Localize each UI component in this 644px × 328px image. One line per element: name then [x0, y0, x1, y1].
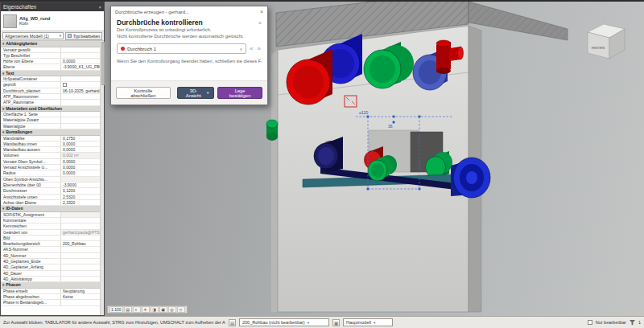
- property-value[interactable]: 0,1200: [60, 188, 100, 193]
- property-value[interactable]: [60, 277, 100, 281]
- collapse-icon[interactable]: ▾: [2, 282, 4, 288]
- property-value[interactable]: 0,0000: [60, 141, 100, 146]
- property-row: 4D_Geplantes_Ende: [1, 259, 100, 264]
- property-group-header[interactable]: ▾Abhängigkeiten: [1, 41, 100, 47]
- property-group-header[interactable]: ▾ID-Daten: [1, 206, 100, 212]
- property-value[interactable]: 2,5320: [60, 195, 100, 199]
- property-value[interactable]: [60, 223, 100, 228]
- design-options-icon[interactable]: ▦: [332, 319, 340, 326]
- properties-titlebar[interactable]: Eigenschaften ×: [1, 2, 104, 11]
- view-3d-button[interactable]: 3D-Ansicht ▾: [177, 87, 214, 99]
- show-crop-button[interactable]: ◎: [168, 306, 176, 313]
- next-item-button[interactable]: »: [257, 45, 262, 53]
- property-row: Wandstärke0,1750: [1, 136, 100, 141]
- property-value[interactable]: [60, 53, 100, 58]
- property-group-header[interactable]: ▾Materialien und Oberflächen: [1, 106, 100, 113]
- property-value[interactable]: [60, 271, 100, 276]
- collapse-icon[interactable]: ▾: [2, 129, 4, 135]
- property-value[interactable]: [60, 82, 100, 87]
- property-group-header[interactable]: ▾Phasen: [1, 282, 100, 289]
- viewcube[interactable]: HINTEN: [588, 24, 625, 59]
- collapse-icon[interactable]: ▾: [2, 41, 4, 47]
- property-row: Phase erstelltNeuplanung: [1, 289, 100, 294]
- edit-type-button[interactable]: Typ bearbeiten: [65, 32, 102, 40]
- property-row: Wandaufbau innen0,0000: [1, 141, 100, 147]
- property-value[interactable]: [60, 94, 100, 99]
- property-name: Höhe von Ebene: [1, 59, 60, 64]
- property-row: Materialgüte Zusatz: [1, 117, 100, 123]
- property-value[interactable]: [60, 236, 100, 240]
- shadows-button[interactable]: ◨: [151, 306, 159, 313]
- property-value[interactable]: 0,0000: [60, 165, 100, 170]
- scale-button[interactable]: 1:100: [109, 306, 123, 313]
- sun-path-button[interactable]: ☀: [142, 306, 150, 313]
- property-value[interactable]: [60, 253, 100, 258]
- close-icon[interactable]: ×: [260, 9, 263, 14]
- property-value[interactable]: [60, 117, 100, 122]
- properties-scrollbar[interactable]: [100, 41, 104, 315]
- collapse-icon[interactable]: ▾: [2, 71, 4, 76]
- property-row: Phase abgebrochenKeine: [1, 294, 100, 300]
- durchbruch-dropdown[interactable]: Durchbruch 1 ∨: [117, 43, 246, 54]
- editable-only-checkbox[interactable]: [588, 320, 592, 325]
- property-value[interactable]: 0,0000: [60, 59, 100, 64]
- viewcube-face-label[interactable]: HINTEN: [592, 46, 605, 50]
- filter-icon[interactable]: [630, 320, 635, 326]
- property-value[interactable]: [60, 76, 100, 81]
- dialog-titlebar[interactable]: Durchbrüche erzeugen - gerhard... ×: [111, 6, 267, 17]
- temporary-hide-button[interactable]: ◇: [177, 306, 185, 313]
- active-workset-combo[interactable]: 200_Rohbau (nicht bearbeitbar) ▾: [239, 318, 329, 326]
- property-row: Typ Beschriftet: [1, 53, 100, 59]
- property-row: 4D_Nummer: [1, 253, 100, 259]
- property-value[interactable]: [60, 259, 100, 264]
- property-name: Durchbruch_platziert: [1, 88, 60, 93]
- property-value[interactable]: [60, 264, 100, 269]
- property-value[interactable]: Keine: [60, 294, 100, 299]
- property-value[interactable]: 06-10-2025, gerhard.pau: [60, 88, 100, 93]
- pipe-green-left[interactable]: [266, 120, 278, 141]
- property-value[interactable]: 2,3320: [60, 200, 100, 205]
- finish-control-button[interactable]: Kontrolle abschließen: [116, 87, 171, 99]
- worksets-icon[interactable]: ▤: [229, 319, 236, 326]
- detail-level-button[interactable]: ▤: [124, 306, 132, 313]
- close-icon[interactable]: ×: [98, 5, 101, 10]
- property-value[interactable]: [60, 247, 100, 252]
- property-value[interactable]: 0,1750: [60, 136, 100, 141]
- checkbox[interactable]: [63, 83, 67, 87]
- property-value[interactable]: [60, 100, 100, 105]
- collapse-icon[interactable]: ▾: [2, 106, 4, 112]
- property-value[interactable]: [60, 124, 100, 129]
- content-close-icon[interactable]: ×: [258, 20, 262, 26]
- property-group-header[interactable]: ▾Bemaßungen: [1, 129, 100, 136]
- type-selector[interactable]: Allg_WD_rund Köln: [1, 11, 104, 31]
- collapse-icon[interactable]: ▾: [2, 206, 4, 211]
- visual-style-button[interactable]: ◐: [133, 306, 141, 313]
- property-name: Versatz Oben Symbol...: [1, 159, 60, 164]
- property-value[interactable]: [60, 218, 100, 223]
- property-name: Durchmesser: [1, 188, 60, 193]
- property-value[interactable]: 200_Rohbau: [60, 241, 100, 246]
- property-name: Versatz gewollt: [1, 47, 60, 52]
- property-value[interactable]: -3,9000_K1_UG_FBOK: [60, 64, 100, 69]
- property-row: Volumen0,002 m³: [1, 153, 100, 158]
- scrollbar-thumb[interactable]: [101, 42, 105, 85]
- property-value[interactable]: Neuplanung: [60, 289, 100, 293]
- confirm-position-button[interactable]: Lage bestätigen: [217, 87, 262, 99]
- chevron-down-icon: ∨: [239, 47, 242, 51]
- property-value[interactable]: 0,0000: [60, 147, 100, 152]
- property-value[interactable]: 0,0000: [60, 170, 100, 175]
- property-value[interactable]: 0,0000: [60, 159, 100, 164]
- property-value[interactable]: [60, 47, 100, 52]
- property-value[interactable]: -3,9000: [60, 182, 100, 187]
- element-filter-combo[interactable]: Allgemeines Modell (1) ▾: [2, 32, 64, 39]
- property-row: 4D_Aktivitätstyp: [1, 277, 100, 282]
- previous-item-button[interactable]: «: [249, 45, 254, 53]
- property-value[interactable]: [60, 300, 100, 305]
- edit-type-label: Typ bearbeiten: [73, 34, 100, 39]
- crop-region-button[interactable]: ▣: [159, 306, 167, 313]
- group-label: ID-Daten: [6, 206, 23, 211]
- dialog-text-line2: Nicht kontrollierte Durchbrüche werden a…: [117, 34, 262, 39]
- property-value[interactable]: [60, 112, 100, 117]
- design-option-combo[interactable]: Hauptmodell ▾: [343, 318, 393, 326]
- property-group-header[interactable]: ▾Text: [1, 71, 100, 77]
